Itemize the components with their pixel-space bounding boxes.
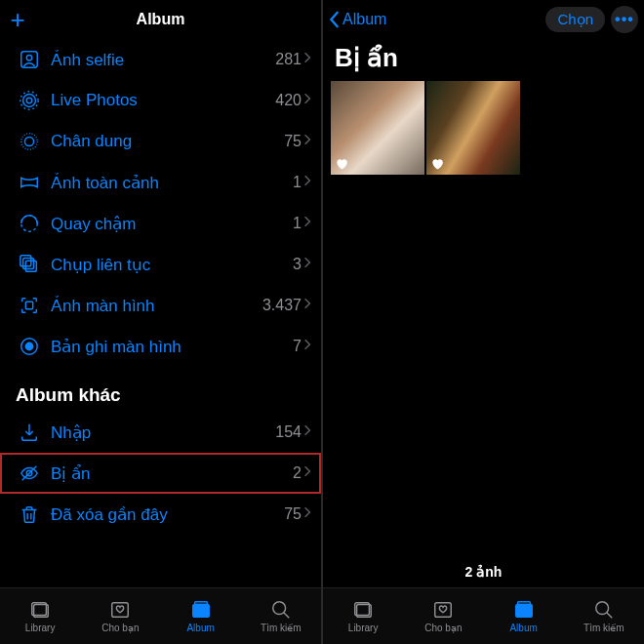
photo-thumbnail[interactable] xyxy=(331,81,424,175)
row-count: 281 xyxy=(275,51,302,68)
album-row-selfies[interactable]: Ảnh selfie 281 xyxy=(0,39,321,80)
row-label: Chụp liên tục xyxy=(51,255,293,275)
tab-label: Album xyxy=(186,623,214,633)
album-row-hidden[interactable]: Bị ẩn 2 xyxy=(0,453,321,494)
row-count: 3.437 xyxy=(262,297,302,314)
screen-recording-icon xyxy=(16,336,43,357)
row-label: Chân dung xyxy=(51,132,284,151)
tab-for-you[interactable]: Cho bạn xyxy=(80,588,160,644)
chevron-right-icon xyxy=(303,464,311,482)
chevron-right-icon xyxy=(303,505,311,523)
svg-rect-23 xyxy=(194,602,207,605)
tab-search[interactable]: Tìm kiếm xyxy=(564,588,644,644)
section-header-other: Album khác xyxy=(0,367,321,412)
album-row-portrait[interactable]: Chân dung 75 xyxy=(0,121,321,162)
album-row-live-photos[interactable]: Live Photos 420 xyxy=(0,80,321,121)
panorama-icon xyxy=(16,172,43,193)
burst-icon xyxy=(16,254,43,275)
back-button[interactable]: Album xyxy=(329,11,386,28)
hidden-header: Album Chọn ••• xyxy=(323,0,644,39)
slo-mo-icon xyxy=(16,213,43,234)
albums-tab-icon xyxy=(189,599,213,621)
tab-albums[interactable]: Album xyxy=(484,588,564,644)
chevron-right-icon xyxy=(303,215,311,232)
chevron-right-icon xyxy=(303,297,311,314)
svg-point-31 xyxy=(596,602,609,615)
albums-tab-icon xyxy=(512,599,536,621)
albums-header: + Album xyxy=(0,0,321,39)
album-row-imports[interactable]: Nhập 154 xyxy=(0,412,321,453)
chevron-right-icon xyxy=(303,256,311,273)
row-count: 1 xyxy=(293,215,302,232)
album-row-screen-recordings[interactable]: Bản ghi màn hình 7 xyxy=(0,326,321,367)
tab-label: Library xyxy=(25,623,56,633)
svg-rect-21 xyxy=(112,603,129,618)
tab-label: Album xyxy=(509,623,537,633)
live-photos-icon xyxy=(16,90,43,111)
tab-label: Library xyxy=(348,623,379,633)
import-icon xyxy=(16,422,43,443)
svg-rect-0 xyxy=(21,52,38,68)
album-row-recently-deleted[interactable]: Đã xóa gần đây 75 xyxy=(0,494,321,535)
row-label: Ảnh màn hình xyxy=(51,296,262,316)
album-row-panorama[interactable]: Ảnh toàn cảnh 1 xyxy=(0,162,321,203)
heart-icon xyxy=(430,157,444,171)
photo-thumbnail[interactable] xyxy=(426,81,520,175)
tab-for-you[interactable]: Cho bạn xyxy=(403,588,483,644)
more-button[interactable]: ••• xyxy=(611,6,638,33)
chevron-right-icon xyxy=(303,423,311,441)
albums-list: Ảnh selfie 281 Live Photos 420 Chân dung… xyxy=(0,39,321,587)
row-count: 2 xyxy=(293,464,302,482)
album-row-slo-mo[interactable]: Quay chậm 1 xyxy=(0,203,321,244)
tab-library[interactable]: Library xyxy=(323,588,403,644)
svg-rect-12 xyxy=(25,302,32,308)
svg-point-14 xyxy=(25,342,32,349)
svg-point-1 xyxy=(26,55,32,60)
person-square-icon xyxy=(16,49,43,70)
svg-point-6 xyxy=(21,134,38,150)
library-tab-icon xyxy=(28,599,52,621)
foryou-tab-icon xyxy=(108,599,132,621)
chevron-right-icon xyxy=(303,174,311,191)
tab-label: Cho bạn xyxy=(424,623,462,633)
svg-line-25 xyxy=(284,613,290,619)
row-label: Đã xóa gần đây xyxy=(51,504,284,525)
heart-icon xyxy=(335,157,348,171)
row-count: 420 xyxy=(275,92,302,109)
svg-point-2 xyxy=(26,98,32,103)
tab-search[interactable]: Tìm kiếm xyxy=(241,588,321,644)
page-title: Album xyxy=(137,11,185,28)
row-count: 3 xyxy=(293,256,302,273)
svg-rect-22 xyxy=(192,605,209,618)
svg-rect-10 xyxy=(23,259,34,269)
photo-count: 2 ảnh xyxy=(323,564,644,580)
hidden-icon xyxy=(16,463,43,484)
albums-list-pane: + Album Ảnh selfie 281 Live Photos 420 C… xyxy=(0,0,321,644)
svg-rect-29 xyxy=(515,605,532,618)
album-title: Bị ẩn xyxy=(323,39,644,81)
tab-label: Cho bạn xyxy=(101,623,139,633)
row-count: 154 xyxy=(275,423,302,441)
row-count: 75 xyxy=(284,505,302,523)
album-row-screenshots[interactable]: Ảnh màn hình 3.437 xyxy=(0,285,321,326)
add-album-button[interactable]: + xyxy=(6,8,29,31)
select-button[interactable]: Chọn xyxy=(545,7,605,32)
svg-rect-28 xyxy=(435,603,452,618)
back-label: Album xyxy=(342,11,386,28)
tab-albums[interactable]: Album xyxy=(161,588,241,644)
row-count: 7 xyxy=(293,338,302,355)
foryou-tab-icon xyxy=(431,599,455,621)
svg-line-32 xyxy=(607,613,613,619)
chevron-right-icon xyxy=(303,51,311,68)
tab-bar: Library Cho bạn Album Tìm kiếm xyxy=(0,587,321,644)
tab-label: Tìm kiếm xyxy=(584,623,624,633)
row-label: Live Photos xyxy=(51,91,275,110)
album-row-burst[interactable]: Chụp liên tục 3 xyxy=(0,244,321,285)
tab-bar: Library Cho bạn Album Tìm kiếm xyxy=(323,587,644,644)
trash-icon xyxy=(16,503,43,525)
portrait-icon xyxy=(16,131,43,152)
tab-label: Tìm kiếm xyxy=(261,623,302,633)
hidden-album-pane: Album Chọn ••• Bị ẩn 2 ảnh Libra xyxy=(321,0,644,644)
search-tab-icon xyxy=(269,599,293,621)
tab-library[interactable]: Library xyxy=(0,588,80,644)
